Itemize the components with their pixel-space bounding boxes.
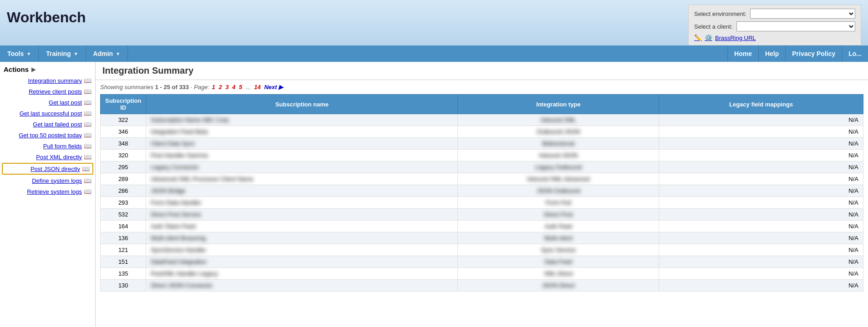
brassring-row[interactable]: ✏️ ⚙️ BrassRing URL (694, 34, 855, 41)
book-icon-3[interactable]: 📖 (84, 110, 91, 117)
define-system-logs-link[interactable]: Define system logs (32, 177, 82, 184)
cell-sub-name: PostXML Handler Legacy (146, 268, 458, 280)
page-title: Integration Summary (102, 65, 861, 76)
nav-tools[interactable]: Tools ▼ (0, 45, 39, 62)
env-select[interactable] (750, 9, 855, 19)
page-title-bar: Integration Summary (96, 62, 868, 80)
cell-int-type: Inbound XML Advanced (458, 173, 659, 185)
book-icon-0[interactable]: 📖 (84, 77, 91, 84)
summary-info: Showing summaries 1 - 25 of 333 · Page: … (100, 84, 863, 91)
page-separator: · Page: (191, 84, 211, 91)
cell-legacy: N/A (659, 197, 863, 209)
table-row: 295Legacy ConnectorLegacy OutboundN/A (101, 161, 863, 173)
page-link-4[interactable]: 4 (232, 84, 235, 91)
book-icon-7[interactable]: 📖 (84, 153, 91, 161)
page-link-5[interactable]: 5 (239, 84, 242, 91)
gear-icon: ⚙️ (705, 34, 712, 41)
pull-form-fields-link[interactable]: Pull form fields (43, 143, 82, 150)
book-icon-4[interactable]: 📖 (84, 121, 91, 128)
nav-home[interactable]: Home (727, 45, 758, 62)
page-links: 1 2 3 4 5 ... 14 Next ▶ (211, 84, 284, 91)
cell-legacy: N/A (659, 138, 863, 150)
post-json-directly-link[interactable]: Post JSON directly (30, 166, 80, 172)
env-label: Select environment: (694, 10, 746, 17)
cell-int-type: Data Feed (458, 256, 659, 268)
sidebar-item-retrieve-client-posts: Retrieve client posts 📖 (0, 86, 95, 97)
cell-legacy: N/A (659, 280, 863, 292)
page-link-1[interactable]: 1 (212, 84, 215, 91)
book-icon-10[interactable]: 📖 (84, 188, 91, 195)
table-row: 320Post Handler GammaInbound JSONN/A (101, 150, 863, 161)
cell-sub-id: 121 (101, 244, 146, 256)
cell-legacy: N/A (659, 232, 863, 244)
book-icon-8[interactable]: 📖 (82, 165, 90, 172)
sidebar-item-integration-summary: Integration summary 📖 (0, 75, 95, 86)
cell-sub-name: Client Data Sync (146, 138, 458, 150)
nav-privacy[interactable]: Privacy Policy (785, 45, 842, 62)
book-icon-5[interactable]: 📖 (84, 131, 91, 139)
table-header-row: Subscription ID Subscription name Integr… (101, 95, 863, 114)
get-last-successful-post-link[interactable]: Get last successful post (20, 110, 82, 117)
cell-int-type: Outbound JSON (458, 126, 659, 138)
cell-sub-id: 348 (101, 138, 146, 150)
cell-int-type: Auth Feed (458, 221, 659, 232)
retrieve-client-posts-link[interactable]: Retrieve client posts (29, 88, 82, 95)
table-row: 164Auth Token FeedAuth FeedN/A (101, 221, 863, 232)
cell-sub-id: 532 (101, 209, 146, 221)
client-select[interactable] (736, 21, 855, 31)
book-icon-2[interactable]: 📖 (84, 99, 91, 106)
post-xml-directly-link[interactable]: Post XML directly (36, 154, 82, 161)
cell-sub-name: Auth Token Feed (146, 221, 458, 232)
actions-label: Actions (4, 65, 29, 73)
env-control-row: Select environment: (694, 9, 855, 19)
page-link-14[interactable]: 14 (254, 84, 260, 91)
table-row: 532Direct Post ServiceDirect PostN/A (101, 209, 863, 221)
cell-int-type: Legacy Outbound (458, 161, 659, 173)
admin-chevron: ▼ (116, 51, 120, 56)
header: Workbench Select environment: Select a c… (0, 0, 868, 45)
integration-summary-link[interactable]: Integration summary (28, 77, 82, 84)
page-link-3[interactable]: 3 (225, 84, 228, 91)
cell-sub-id: 293 (101, 197, 146, 209)
sidebar-item-get-last-successful-post: Get last successful post 📖 (0, 108, 95, 119)
summary-text: Showing summaries (100, 84, 155, 91)
book-icon-1[interactable]: 📖 (84, 88, 91, 95)
nav-training[interactable]: Training ▼ (39, 45, 86, 62)
cell-sub-id: 346 (101, 126, 146, 138)
get-last-failed-post-link[interactable]: Get last failed post (33, 121, 82, 128)
nav-logout[interactable]: Lo... (842, 45, 868, 62)
cell-sub-id: 295 (101, 161, 146, 173)
retrieve-system-logs-link[interactable]: Retrieve system logs (27, 188, 82, 195)
client-control-row: Select a client: (694, 21, 855, 31)
cell-legacy: N/A (659, 185, 863, 197)
book-icon-6[interactable]: 📖 (84, 142, 91, 150)
book-icon-9[interactable]: 📖 (84, 177, 91, 184)
get-top-50-link[interactable]: Get top 50 posted today (19, 132, 82, 139)
page-next[interactable]: Next ▶ (264, 84, 283, 91)
cell-sub-id: 136 (101, 232, 146, 244)
cell-int-type: XML Direct (458, 268, 659, 280)
cell-int-type: JSON Outbound (458, 185, 659, 197)
content-area: Integration Summary Showing summaries 1 … (96, 62, 868, 327)
nav-admin[interactable]: Admin ▼ (86, 45, 128, 62)
col-legacy-field-mappings: Legacy field mappings (659, 95, 863, 114)
cell-sub-name: Post Handler Gamma (146, 150, 458, 161)
col-subscription-name: Subscription name (146, 95, 458, 114)
cell-sub-name: Integration Feed Beta (146, 126, 458, 138)
training-chevron: ▼ (74, 51, 78, 56)
nav-help[interactable]: Help (758, 45, 785, 62)
cell-sub-id: 135 (101, 268, 146, 280)
cell-sub-name: JSON Bridge (146, 185, 458, 197)
sidebar-actions-header: Actions ▶ (0, 62, 95, 75)
tools-chevron: ▼ (26, 51, 31, 56)
cell-int-type: Form Pull (458, 197, 659, 209)
table-row: 121SyncService HandlerSync ServiceN/A (101, 244, 863, 256)
get-last-post-link[interactable]: Get last post (49, 99, 82, 106)
cell-legacy: N/A (659, 126, 863, 138)
nav-training-label: Training (46, 50, 71, 57)
page-link-2[interactable]: 2 (218, 84, 222, 91)
content-inner: Showing summaries 1 - 25 of 333 · Page: … (96, 80, 868, 295)
cell-int-type: Inbound XML (458, 114, 659, 126)
client-label: Select a client: (694, 23, 733, 30)
cell-legacy: N/A (659, 161, 863, 173)
